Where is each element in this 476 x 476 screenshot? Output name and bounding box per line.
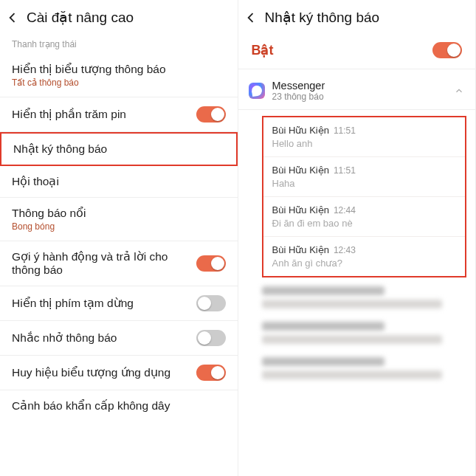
notif-message: Haha: [272, 178, 457, 189]
blurred-item: [262, 322, 467, 344]
row-label: Hiển thị phím tạm dừng: [12, 297, 196, 310]
notif-time: 11:51: [334, 125, 356, 136]
notification-list: Bùi Hữu Kiện11:51 Hello anh Bùi Hữu Kiện…: [262, 116, 467, 277]
row-label: Nhắc nhở thông báo: [12, 331, 196, 345]
settings-screen: Cài đặt nâng cao Thanh trạng thái Hiển t…: [0, 0, 238, 476]
app-name: Messenger: [272, 80, 446, 92]
row-label: Cảnh báo khẩn cấp không dây: [12, 399, 226, 413]
enable-label: Bật: [252, 42, 274, 58]
blurred-item: [262, 286, 467, 308]
row-show-icons[interactable]: Hiển thị biểu tượng thông báo Tất cả thô…: [0, 54, 238, 97]
toggle-enable[interactable]: [432, 42, 462, 58]
row-suggest[interactable]: Gợi ý hành động và trả lời cho thông báo: [0, 241, 238, 286]
toggle-pause[interactable]: [196, 295, 226, 311]
chevron-up-icon[interactable]: [453, 85, 465, 97]
row-emergency[interactable]: Cảnh báo khẩn cấp không dây: [0, 390, 238, 421]
section-label: Thanh trạng thái: [0, 32, 238, 54]
app-header[interactable]: Messenger 23 thông báo: [238, 69, 476, 110]
blurred-item: [262, 357, 467, 379]
notif-time: 12:43: [334, 245, 356, 255]
row-pause[interactable]: Hiển thị phím tạm dừng: [0, 286, 238, 321]
toggle-remind[interactable]: [196, 330, 226, 346]
row-enable[interactable]: Bật: [238, 32, 476, 69]
notif-sender: Bùi Hữu Kiện: [272, 244, 329, 255]
row-battery[interactable]: Hiển thị phần trăm pin: [0, 97, 238, 132]
row-label: Nhật ký thông báo: [13, 142, 224, 156]
row-history[interactable]: Nhật ký thông báo: [0, 132, 238, 166]
back-icon[interactable]: [4, 10, 21, 26]
row-sub: Tất cả thông báo: [12, 77, 226, 88]
notif-message: Đi ăn đi em bao nè: [272, 218, 457, 229]
blurred-notifications: [262, 286, 467, 379]
row-label: Huy hiệu biểu tượng ứng dụng: [12, 366, 196, 379]
app-count: 23 thông báo: [272, 92, 446, 102]
row-sub: Bong bóng: [12, 221, 226, 232]
row-label: Hiển thị biểu tượng thông báo: [12, 63, 226, 76]
notification-item[interactable]: Bùi Hữu Kiện11:51 Hello anh: [263, 117, 466, 157]
notification-item[interactable]: Bùi Hữu Kiện11:51 Haha: [263, 157, 466, 197]
back-icon[interactable]: [243, 10, 259, 26]
history-screen: Nhật ký thông báo Bật Messenger 23 thông…: [238, 0, 477, 476]
notif-sender: Bùi Hữu Kiện: [272, 204, 329, 215]
notification-item[interactable]: Bùi Hữu Kiện12:44 Đi ăn đi em bao nè: [263, 197, 466, 237]
settings-header: Cài đặt nâng cao: [0, 0, 238, 32]
toggle-battery[interactable]: [196, 106, 226, 123]
notif-time: 11:51: [334, 165, 356, 176]
row-label: Hiển thị phần trăm pin: [12, 108, 196, 121]
row-label: Gợi ý hành động và trả lời cho thông báo: [12, 250, 196, 277]
history-header: Nhật ký thông báo: [238, 0, 476, 32]
row-remind[interactable]: Nhắc nhở thông báo: [0, 321, 238, 356]
notif-sender: Bùi Hữu Kiện: [272, 165, 329, 176]
toggle-suggest[interactable]: [196, 255, 226, 272]
notification-item[interactable]: Bùi Hữu Kiện12:43 Anh ăn gì chưa?: [263, 237, 466, 276]
row-convo[interactable]: Hội thoại: [0, 166, 238, 198]
toggle-badge[interactable]: [196, 365, 226, 381]
messenger-icon: [249, 83, 265, 99]
row-badge[interactable]: Huy hiệu biểu tượng ứng dụng: [0, 356, 238, 390]
row-label: Hội thoại: [12, 175, 226, 188]
history-title: Nhật ký thông báo: [265, 9, 380, 26]
row-floating[interactable]: Thông báo nổi Bong bóng: [0, 198, 238, 241]
notif-message: Hello anh: [272, 138, 457, 149]
row-label: Thông báo nổi: [12, 207, 226, 220]
settings-title: Cài đặt nâng cao: [27, 9, 134, 26]
notif-time: 12:44: [334, 205, 356, 215]
notif-message: Anh ăn gì chưa?: [272, 258, 457, 269]
notif-sender: Bùi Hữu Kiện: [272, 125, 329, 136]
